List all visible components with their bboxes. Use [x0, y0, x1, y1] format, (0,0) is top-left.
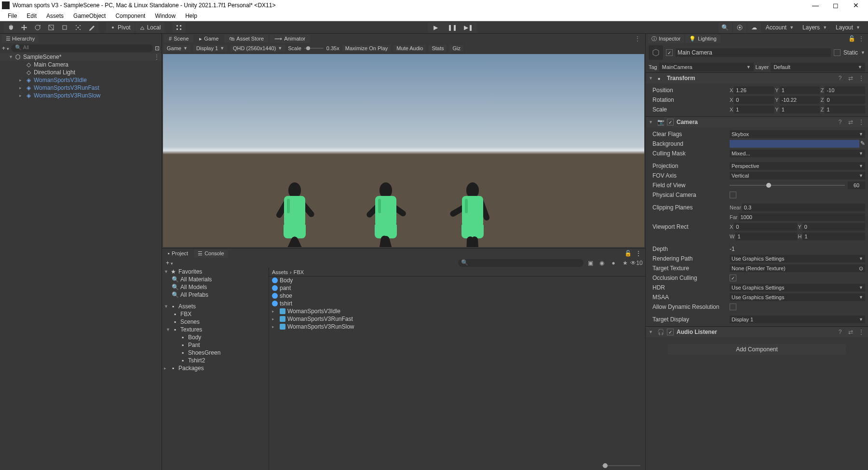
layer-dropdown[interactable]: Default▼ [771, 63, 865, 71]
menu-edit[interactable]: Edit [22, 12, 41, 20]
audio-enabled[interactable] [667, 329, 674, 335]
eyedropper-icon[interactable]: ✎ [860, 140, 865, 148]
camera-enabled[interactable] [667, 119, 674, 125]
tab-inspector[interactable]: ⓘ Inspector [648, 34, 684, 43]
collab-button[interactable] [733, 22, 746, 33]
thumbnail-slider[interactable] [269, 461, 645, 470]
scene-row[interactable]: ▼ SampleScene* ⋮ [0, 53, 162, 61]
physical-camera-checkbox[interactable] [730, 192, 736, 198]
fov-slider[interactable]: 60 [730, 181, 865, 189]
local-toggle[interactable]: Local [136, 22, 165, 33]
cloud-button[interactable]: ☁ [747, 22, 761, 33]
viewport-x[interactable]: 0 [734, 223, 797, 231]
folder-body[interactable]: ▪Body [162, 333, 269, 341]
lock-icon[interactable]: 🔓 [624, 250, 632, 257]
scale-tool[interactable] [44, 22, 58, 33]
preset-icon[interactable]: ⇄ [847, 75, 854, 82]
add-component-button[interactable]: Add Component [668, 344, 846, 355]
menu-window[interactable]: Window [150, 12, 180, 20]
menu-help[interactable]: Help [180, 12, 202, 20]
fav-models[interactable]: 🔍All Models [162, 283, 269, 291]
minimize-button[interactable]: ― [805, 1, 826, 9]
tab-scene[interactable]: # Scene [164, 35, 193, 42]
scale-y[interactable]: 1 [780, 106, 820, 113]
pause-button[interactable]: ❚❚ [444, 22, 461, 33]
gizmos-button[interactable]: Giz [449, 45, 463, 52]
create-dropdown[interactable]: + ▾ [2, 45, 9, 52]
file-tshirt[interactable]: tshirt [269, 300, 645, 307]
file-pant[interactable]: pant [269, 284, 645, 292]
snap-button[interactable] [172, 22, 186, 33]
tab-project[interactable]: ▪ Project [164, 249, 192, 257]
folder-textures[interactable]: ▼▪Textures [162, 326, 269, 333]
assets-folder[interactable]: ▼▪Assets [162, 303, 269, 310]
move-tool[interactable] [17, 22, 31, 33]
tag-dropdown[interactable]: MainCamera▼ [659, 63, 754, 71]
hidden-count[interactable]: 👁10 [632, 259, 641, 267]
fav-prefabs[interactable]: 🔍All Prefabs [162, 291, 269, 299]
target-display-dropdown[interactable]: Display 1▼ [730, 316, 865, 323]
file-idle[interactable]: ▸WomanSportsV3Idle [269, 307, 645, 315]
background-color[interactable] [730, 140, 859, 148]
maximize-on-play[interactable]: Maximize On Play [342, 45, 391, 52]
hierarchy-tab[interactable]: ☰ Hierarchy [2, 35, 39, 43]
inspector-menu-icon[interactable]: ⋮ [856, 35, 866, 42]
filter-label-button[interactable]: ◉ [597, 259, 607, 267]
file-body[interactable]: Body [269, 276, 645, 284]
menu-gameobject[interactable]: GameObject [68, 12, 110, 20]
game-view-dropdown[interactable]: Game▼ [164, 45, 190, 52]
position-z[interactable]: -10 [825, 86, 865, 94]
preset-icon[interactable]: ⇄ [847, 329, 854, 335]
save-search-button[interactable]: ★ [620, 259, 630, 267]
folder-fbx[interactable]: ▪FBX [162, 310, 269, 318]
transform-tool[interactable] [71, 22, 85, 33]
viewport-y[interactable]: 0 [802, 223, 865, 231]
create-asset-dropdown[interactable]: + ▾ [166, 260, 173, 266]
depth-field[interactable]: -1 [730, 246, 865, 252]
help-icon[interactable]: ? [836, 119, 844, 125]
filter-type-button[interactable]: ▣ [585, 259, 595, 267]
static-checkbox[interactable] [834, 49, 841, 56]
resolution-dropdown[interactable]: QHD (2560x1440)▼ [230, 45, 285, 52]
hierarchy-context-icon[interactable]: ⊡ [155, 45, 160, 52]
fav-materials[interactable]: 🔍All Materials [162, 276, 269, 283]
rendering-dropdown[interactable]: Use Graphics Settings▼ [730, 255, 865, 263]
hierarchy-item-runslow[interactable]: ▸◈WomanSportsV3RunSlow [0, 92, 162, 99]
menu-component[interactable]: Component [110, 12, 150, 20]
file-runfast[interactable]: ▸WomanSportsV3RunFast [269, 315, 645, 323]
tab-lighting[interactable]: 💡 Lighting [685, 35, 720, 43]
lock-icon[interactable]: 🔓 [848, 35, 855, 42]
filter-fav-button[interactable]: ● [609, 259, 618, 267]
folder-shoesgreen[interactable]: ▪ShoesGreen [162, 349, 269, 357]
rotate-tool[interactable] [31, 22, 44, 33]
hierarchy-search[interactable]: 🔍 All [11, 44, 153, 52]
step-button[interactable]: ▶❚ [461, 22, 477, 33]
help-icon[interactable]: ? [836, 75, 844, 82]
play-button[interactable]: ▶ [428, 22, 444, 33]
scale-x[interactable]: 1 [734, 106, 774, 113]
gameobject-name-field[interactable]: Main Camera [676, 48, 831, 57]
menu-file[interactable]: File [3, 12, 22, 20]
menu-assets[interactable]: Assets [41, 12, 68, 20]
culling-dropdown[interactable]: Mixed...▼ [730, 150, 865, 157]
tab-animator[interactable]: ⟿ Animator [270, 35, 310, 43]
dynamic-res-checkbox[interactable] [730, 304, 736, 310]
folder-scenes[interactable]: ▪Scenes [162, 318, 269, 326]
preset-icon[interactable]: ⇄ [847, 119, 854, 125]
menu-icon[interactable]: ⋮ [857, 75, 865, 82]
scale-slider[interactable] [304, 48, 324, 49]
audio-listener-header[interactable]: ▼🎧 Audio Listener ? ⇄ ⋮ [646, 327, 868, 337]
menu-icon[interactable]: ⋮ [857, 119, 865, 125]
hand-tool[interactable] [4, 22, 17, 33]
tab-console[interactable]: ☰ Console [194, 249, 228, 258]
search-button[interactable]: 🔍 [719, 22, 732, 33]
tab-menu-icon[interactable]: ⋮ [635, 35, 643, 42]
rotation-y[interactable]: -10.22 [780, 96, 820, 104]
hierarchy-item-idle[interactable]: ▸◈WomanSportsV3Idle [0, 76, 162, 84]
camera-header[interactable]: ▼📷 Camera ? ⇄ ⋮ [646, 117, 868, 127]
game-viewport[interactable] [163, 54, 644, 247]
tab-assetstore[interactable]: 🛍 Asset Store [224, 35, 269, 42]
position-x[interactable]: 1.26 [734, 86, 774, 94]
viewport-h[interactable]: 1 [802, 233, 865, 240]
far-field[interactable]: 1000 [739, 213, 866, 221]
